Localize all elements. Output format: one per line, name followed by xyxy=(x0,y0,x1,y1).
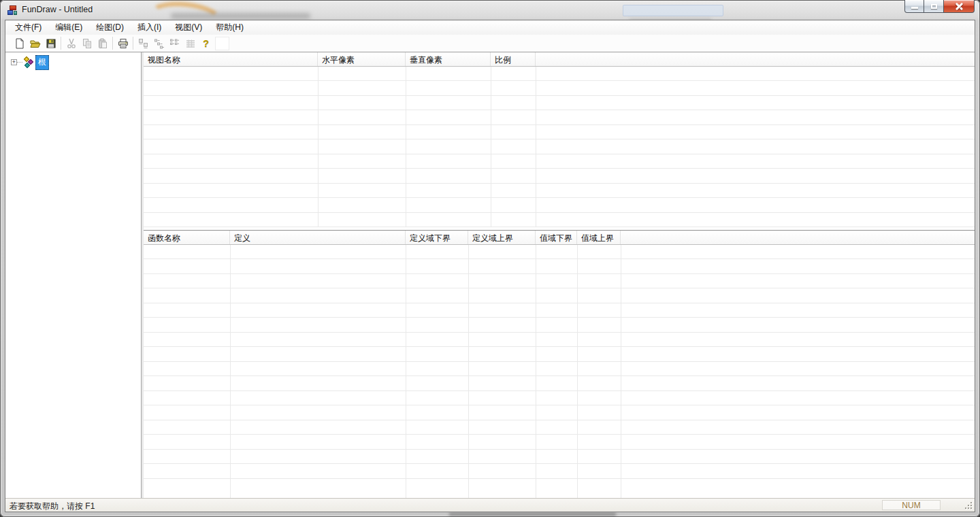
views-table-header: 视图名称 水平像素 垂直像素 比例 xyxy=(144,52,975,67)
print-icon xyxy=(118,38,129,49)
column-gridline xyxy=(318,67,318,227)
cut-button[interactable] xyxy=(63,36,79,51)
header-range-upper[interactable]: 值域上界 xyxy=(577,231,621,244)
window-title: FunDraw - Untitled xyxy=(22,5,93,14)
minimize-icon xyxy=(911,7,918,9)
tree-panel[interactable]: + 根 xyxy=(5,52,142,498)
menu-bar: 文件(F) 编辑(E) 绘图(D) 插入(I) 视图(V) 帮助(H) xyxy=(5,20,975,35)
client-area: 文件(F) 编辑(E) 绘图(D) 插入(I) 视图(V) 帮助(H) xyxy=(5,20,975,512)
num-lock-indicator: NUM xyxy=(882,500,941,510)
tree-root-item[interactable]: + 根 xyxy=(11,56,141,68)
menu-draw[interactable]: 绘图(D) xyxy=(89,20,131,35)
help-question-icon: ? xyxy=(203,37,209,49)
title-bar[interactable]: FunDraw - Untitled xyxy=(0,0,980,20)
header-function-name[interactable]: 函数名称 xyxy=(144,231,230,244)
menu-file[interactable]: 文件(F) xyxy=(8,20,48,35)
menu-help[interactable]: 帮助(H) xyxy=(209,20,250,35)
view-large-icons-button[interactable] xyxy=(135,36,151,51)
column-gridline xyxy=(230,245,231,498)
header-cell-filler xyxy=(536,52,975,66)
save-floppy-icon xyxy=(46,38,56,49)
close-icon xyxy=(956,3,963,10)
header-vertical-pixels[interactable]: 垂直像素 xyxy=(406,52,491,66)
header-domain-lower[interactable]: 定义域下界 xyxy=(406,231,468,244)
glass-artifact-box xyxy=(623,5,723,16)
header-horizontal-pixels[interactable]: 水平像素 xyxy=(318,52,406,66)
column-gridline xyxy=(577,245,578,498)
tables-area: 视图名称 水平像素 垂直像素 比例 xyxy=(144,52,975,498)
header-cell-filler xyxy=(621,231,975,244)
status-bar: 若要获取帮助，请按 F1 NUM xyxy=(5,498,975,512)
column-gridline xyxy=(536,245,536,498)
new-button[interactable] xyxy=(12,36,27,51)
toolbar-separator xyxy=(133,37,133,50)
column-gridline xyxy=(491,67,491,227)
status-message: 若要获取帮助，请按 F1 xyxy=(10,501,95,512)
paste-clipboard-icon xyxy=(97,38,108,49)
main-content: + 根 视图名称 水平像素 垂直像素 比例 xyxy=(5,52,975,498)
copy-pages-icon xyxy=(82,38,93,49)
paste-button[interactable] xyxy=(95,36,110,51)
header-range-lower[interactable]: 值域下界 xyxy=(536,231,577,244)
resize-grip[interactable] xyxy=(964,501,973,510)
view-details-icon xyxy=(185,38,196,49)
toolbar-separator xyxy=(112,37,113,50)
header-definition[interactable]: 定义 xyxy=(230,231,406,244)
header-domain-upper[interactable]: 定义域上界 xyxy=(468,231,536,244)
view-small-icons-icon xyxy=(154,38,165,49)
fundraw-app-icon xyxy=(7,5,18,16)
maximize-button[interactable] xyxy=(924,0,943,13)
copy-button[interactable] xyxy=(79,36,95,51)
column-gridline xyxy=(536,67,536,227)
view-list-icon xyxy=(169,38,180,49)
column-gridline xyxy=(621,245,621,498)
minimize-button[interactable] xyxy=(904,0,924,13)
column-gridline xyxy=(468,245,469,498)
tree-root-label[interactable]: 根 xyxy=(35,55,49,70)
maximize-icon xyxy=(931,4,937,9)
functions-table: 函数名称 定义 定义域下界 定义域上界 值域下界 值域上界 xyxy=(144,231,975,498)
column-gridline xyxy=(406,245,406,498)
open-button[interactable] xyxy=(27,36,43,51)
menu-view[interactable]: 视图(V) xyxy=(168,20,209,35)
header-view-name[interactable]: 视图名称 xyxy=(144,52,318,66)
functions-table-header: 函数名称 定义 定义域下界 定义域上界 值域下界 值域上界 xyxy=(144,231,975,245)
view-details-button[interactable] xyxy=(182,36,198,51)
print-button[interactable] xyxy=(115,36,131,51)
cut-scissors-icon xyxy=(66,38,77,49)
menu-edit[interactable]: 编辑(E) xyxy=(48,20,89,35)
app-window: FunDraw - Untitled 文件(F) 编辑(E) 绘图(D) 插入(… xyxy=(0,0,980,517)
toolbar: ? xyxy=(5,35,975,52)
functions-table-body[interactable] xyxy=(144,245,975,498)
view-small-icons-button[interactable] xyxy=(151,36,167,51)
open-folder-icon xyxy=(30,38,41,49)
tree-connector xyxy=(17,62,22,63)
views-table: 视图名称 水平像素 垂直像素 比例 xyxy=(144,52,975,227)
glass-artifact-smudge xyxy=(171,13,310,19)
new-document-icon xyxy=(14,38,25,49)
save-button[interactable] xyxy=(43,36,59,51)
close-button[interactable] xyxy=(943,0,975,13)
toolbar-separator xyxy=(61,37,61,50)
header-ratio[interactable]: 比例 xyxy=(491,52,536,66)
help-button[interactable]: ? xyxy=(198,36,214,51)
column-gridline xyxy=(406,67,406,227)
menu-insert[interactable]: 插入(I) xyxy=(131,20,168,35)
view-large-icons-icon xyxy=(138,38,149,49)
toolbar-blank-button xyxy=(215,37,229,50)
views-diamond-icon xyxy=(22,57,33,68)
views-table-body[interactable] xyxy=(144,67,975,227)
view-list-button[interactable] xyxy=(167,36,182,51)
glass-artifact-smudge xyxy=(449,512,616,516)
window-controls xyxy=(904,0,975,13)
tree-expander-icon[interactable]: + xyxy=(11,59,17,65)
